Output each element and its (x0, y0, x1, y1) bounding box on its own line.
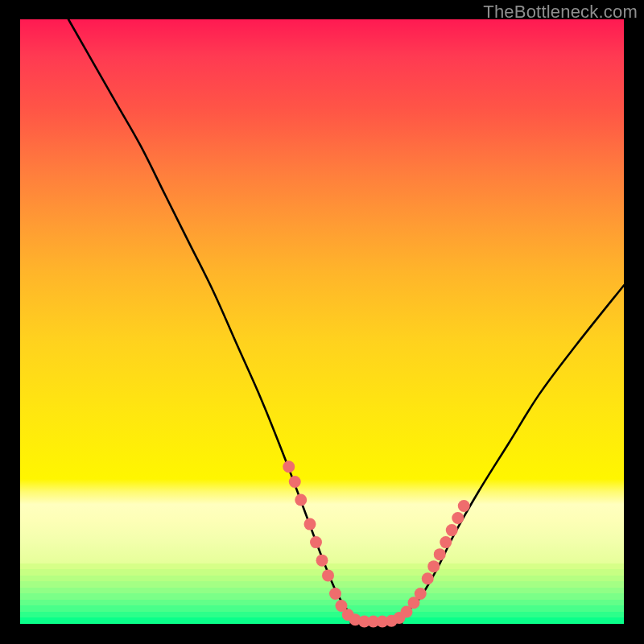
marker-dot (329, 588, 341, 600)
marker-dot (310, 536, 322, 548)
marker-dot (295, 494, 307, 506)
marker-dot (322, 569, 334, 581)
marker-dot (434, 548, 446, 560)
marker-dot (440, 536, 452, 548)
marker-dot (427, 560, 440, 572)
marker-dot (289, 476, 301, 488)
watermark-text: TheBottleneck.com (483, 2, 638, 23)
bottleneck-curve-path (68, 19, 624, 625)
marker-dot (452, 512, 464, 524)
marker-dot (458, 500, 470, 512)
curve-plot (20, 19, 624, 624)
marker-dot (283, 460, 295, 473)
marker-dot (304, 518, 316, 530)
marker-dot (422, 572, 434, 584)
marker-group (283, 460, 469, 627)
chart-panel (19, 19, 625, 625)
app-frame: TheBottleneck.com (0, 0, 644, 644)
marker-dot (446, 524, 458, 536)
marker-dot (415, 588, 427, 600)
bottleneck-curve (68, 19, 624, 625)
marker-dot (316, 555, 328, 567)
